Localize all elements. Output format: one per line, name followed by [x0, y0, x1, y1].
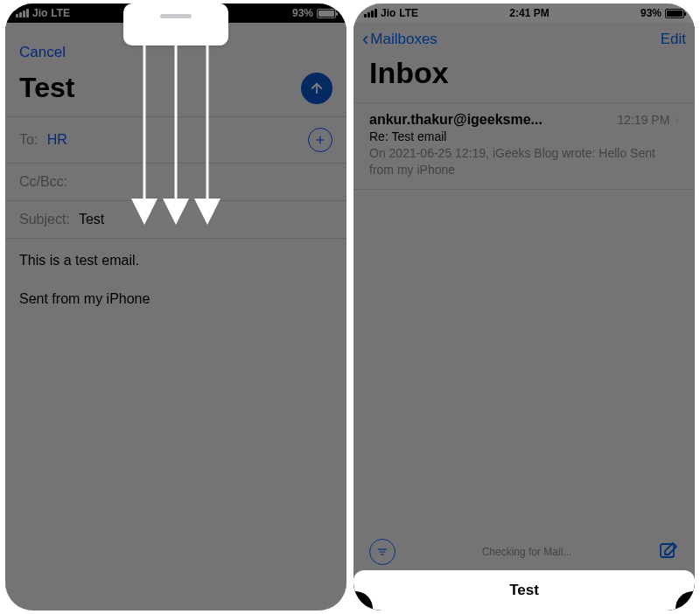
to-label: To:: [19, 132, 38, 147]
body-line-1: This is a test email.: [19, 251, 332, 270]
subject-label: Subject:: [19, 212, 70, 227]
mail-time: 12:19 PM: [617, 113, 669, 127]
status-time: 2:41 PM: [509, 7, 549, 19]
to-field[interactable]: To: HR: [5, 116, 346, 163]
cc-bcc-label: Cc/Bcc:: [19, 174, 67, 190]
subject-field[interactable]: Subject: Test: [5, 200, 346, 239]
compose-body[interactable]: This is a test email. Sent from my iPhon…: [5, 239, 346, 341]
filter-button[interactable]: [369, 539, 396, 565]
phone-left: Jio LTE 2:40 PM 93% Cancel Test: [5, 3, 346, 611]
compose-title: Test: [19, 72, 74, 104]
back-label: Mailboxes: [370, 31, 438, 48]
minimized-draft-dock[interactable]: Test: [354, 570, 695, 611]
carrier-label: Jio: [381, 7, 396, 19]
checking-mail-label: Checking for Mail...: [482, 546, 572, 558]
chevron-right-icon: ›: [675, 113, 679, 127]
chevron-left-icon: ‹: [362, 30, 368, 49]
inbox-title: Inbox: [354, 52, 695, 102]
phone-right-inner: Jio LTE 2:41 PM 93% ‹ Mailboxes Edit Inb…: [354, 3, 695, 611]
filter-icon: [376, 546, 388, 558]
to-value[interactable]: HR: [47, 132, 67, 147]
inbox-toolbar: Checking for Mail...: [354, 534, 695, 570]
add-contact-button[interactable]: [308, 128, 332, 152]
mail-sender: ankur.thakur@igeeksme...: [369, 112, 542, 128]
battery-icon: [665, 9, 684, 18]
network-label: LTE: [399, 7, 418, 19]
edit-button[interactable]: Edit: [661, 31, 686, 48]
signal-icon: [16, 9, 29, 17]
dock-title: Test: [509, 582, 539, 599]
cancel-button[interactable]: Cancel: [19, 44, 66, 61]
battery-percent: 93%: [640, 7, 662, 19]
subject-value: Test: [79, 212, 104, 227]
compose-button[interactable]: [658, 541, 679, 564]
cc-bcc-field[interactable]: Cc/Bcc:: [5, 163, 346, 200]
send-button[interactable]: [301, 73, 332, 104]
compose-sheet: Cancel Test To: HR Cc/Bcc:: [5, 28, 346, 611]
mail-preview: On 2021-06-25 12:19, iGeeks Blog wrote: …: [369, 145, 679, 178]
battery-percent: 93%: [292, 7, 313, 19]
arrow-up-icon: [309, 80, 325, 96]
mail-subject: Re: Test email: [369, 129, 679, 143]
nav-bar: ‹ Mailboxes Edit: [354, 23, 695, 52]
body-signature: Sent from my iPhone: [19, 290, 332, 309]
status-bar: Jio LTE 2:41 PM 93%: [354, 3, 695, 23]
plus-icon: [314, 134, 326, 146]
network-label: LTE: [51, 7, 70, 19]
back-button[interactable]: ‹ Mailboxes: [362, 30, 438, 49]
sheet-grabber[interactable]: [123, 3, 228, 45]
phone-left-inner: Jio LTE 2:40 PM 93% Cancel Test: [5, 3, 346, 611]
mail-item[interactable]: ankur.thakur@igeeksme... 12:19 PM › Re: …: [354, 102, 695, 190]
grabber-handle-icon: [160, 14, 192, 18]
signal-icon: [364, 9, 377, 17]
carrier-label: Jio: [32, 7, 47, 19]
phone-right: Jio LTE 2:41 PM 93% ‹ Mailboxes Edit Inb…: [354, 3, 695, 611]
battery-icon: [317, 9, 336, 18]
compose-icon: [658, 541, 679, 562]
